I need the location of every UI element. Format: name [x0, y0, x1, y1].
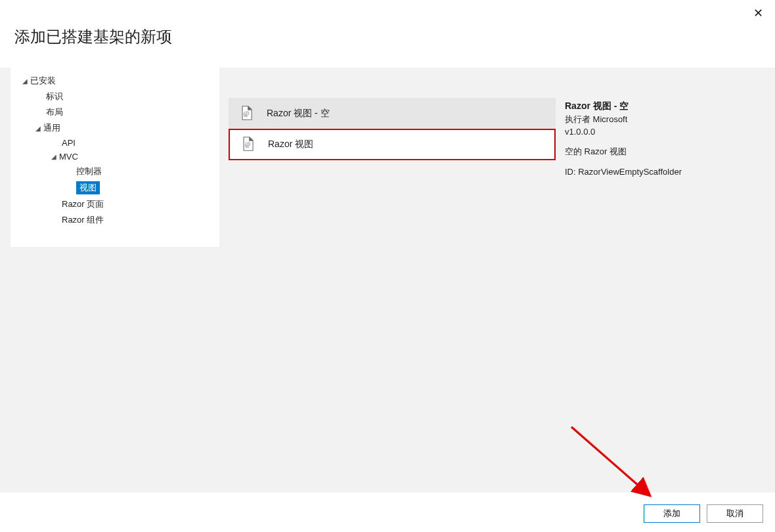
category-tree: ◢ 已安装 标识 布局 ◢ 通用 API ◢ MVC 控制器 视图 Razor … [11, 68, 219, 247]
tree-item-common[interactable]: ◢ 通用 [11, 120, 219, 136]
tree-label: Razor 组件 [62, 214, 104, 226]
tree-label: API [62, 138, 76, 148]
button-label: 取消 [726, 508, 743, 520]
detail-id: ID: RazorViewEmptyScaffolder [565, 167, 763, 177]
detail-description: 空的 Razor 视图 [565, 146, 763, 158]
tree-item-view[interactable]: 视图 [11, 179, 219, 196]
tree-item-mvc[interactable]: ◢ MVC [11, 150, 219, 164]
svg-text:@: @ [244, 110, 250, 117]
tree-item-razor-pages[interactable]: Razor 页面 [11, 196, 219, 212]
caret-down-icon: ◢ [20, 78, 30, 85]
cancel-button[interactable]: 取消 [707, 504, 763, 523]
template-label: Razor 视图 - 空 [267, 108, 330, 120]
detail-title: Razor 视图 - 空 [565, 100, 763, 112]
tree-item-layout[interactable]: 布局 [11, 104, 219, 120]
tree-label: MVC [59, 152, 78, 162]
tree-item-razor-components[interactable]: Razor 组件 [11, 212, 219, 228]
template-list: @ Razor 视图 - 空 @ Razor 视图 [229, 98, 556, 160]
tree-label: Razor 页面 [62, 198, 104, 210]
template-razor-view[interactable]: @ Razor 视图 [229, 129, 556, 160]
tree-label: 已安装 [30, 75, 56, 87]
razor-file-icon: @ [239, 135, 256, 154]
tree-label-selected: 视图 [76, 181, 100, 194]
dialog-title: 添加已搭建基架的新项 [14, 26, 172, 47]
details-panel: Razor 视图 - 空 执行者 Microsoft v1.0.0.0 空的 R… [565, 68, 775, 493]
tree-label: 布局 [46, 106, 63, 118]
tree-item-controller[interactable]: 控制器 [11, 164, 219, 179]
tree-label: 标识 [46, 91, 63, 102]
button-label: 添加 [663, 508, 680, 520]
caret-down-icon: ◢ [49, 153, 59, 160]
template-razor-view-empty[interactable]: @ Razor 视图 - 空 [229, 98, 556, 129]
template-label: Razor 视图 [268, 139, 313, 150]
add-button[interactable]: 添加 [644, 504, 700, 523]
razor-file-icon: @ [238, 104, 255, 123]
tree-item-identity[interactable]: 标识 [11, 89, 219, 104]
tree-item-installed[interactable]: ◢ 已安装 [11, 73, 219, 89]
tree-item-api[interactable]: API [11, 136, 219, 150]
caret-down-icon: ◢ [33, 125, 43, 132]
detail-version: v1.0.0.0 [565, 127, 763, 137]
tree-label: 控制器 [76, 166, 102, 177]
tree-label: 通用 [43, 122, 60, 134]
close-icon: ✕ [753, 6, 763, 20]
svg-text:@: @ [245, 141, 251, 148]
detail-publisher: 执行者 Microsoft [565, 114, 763, 125]
close-button[interactable]: ✕ [750, 5, 766, 21]
